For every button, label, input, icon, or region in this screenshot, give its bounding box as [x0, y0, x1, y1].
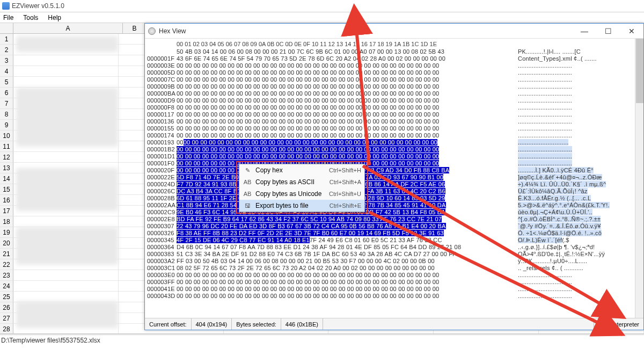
menu-tools[interactable]: Tools [21, 14, 40, 21]
app-menubar[interactable]: File Tools Help [0, 12, 644, 23]
hex-row[interactable]: 000001D100 00 00 00 00 00 00 00 00 00 00… [147, 153, 638, 160]
row-header[interactable]: 20 [0, 238, 13, 249]
menu-help[interactable]: Help [46, 14, 63, 21]
hex-row[interactable]: 000001F000 00 00 00 00 00 00 00 00 00 00… [147, 160, 638, 167]
row-header[interactable]: 4 [0, 66, 13, 77]
cell[interactable] [13, 55, 119, 66]
hex-row[interactable]: 0000013600 00 00 00 00 00 00 00 00 00 00… [147, 118, 638, 125]
hex-row[interactable]: 0000043D00 00 00 00 00 00 00 00 00 00 00… [147, 293, 638, 300]
row-header[interactable]: 25 [0, 292, 13, 302]
hex-row[interactable]: 0000007C00 00 00 00 00 00 00 00 00 00 00… [147, 76, 638, 83]
menu-shortcut: Ctrl+Shift+H [329, 167, 361, 173]
menu-label: Copy bytes as Unicode [253, 190, 329, 198]
hex-row[interactable]: 0000024DF7 7D 92 34 91 93 8B 26 F4 10 EC… [147, 181, 638, 188]
row-header[interactable]: 2 [0, 45, 13, 55]
cell[interactable] [13, 66, 119, 76]
menu-label: Copy hex [253, 166, 329, 174]
hex-row[interactable]: 000000BA00 00 00 00 00 00 00 00 00 00 00… [147, 90, 638, 97]
row-header[interactable]: 12 [0, 152, 13, 163]
hex-row[interactable]: 0000041E00 00 00 00 00 00 00 00 00 00 00… [147, 286, 638, 293]
context-menu-item[interactable]: 🖫Export bytes to fileCtrl+Shift+E [239, 200, 364, 212]
hex-row[interactable]: 000003E000 00 00 00 00 00 00 00 00 00 00… [147, 272, 638, 279]
hex-view-window[interactable]: Hex View — ☐ ✕ XXXXXXXX 00 01 02 03 04 0… [144, 23, 644, 330]
cell[interactable] [13, 281, 119, 291]
row-header[interactable]: 5 [0, 77, 13, 88]
hex-row[interactable]: 00000326F8 38 AE FF 8B 88 23 D2 FF 0F 2D… [147, 230, 638, 237]
row-header[interactable]: 10 [0, 130, 13, 141]
hex-row[interactable]: 000002E8BD FA FE 92 FE B9 64 17 62 86 43… [147, 216, 638, 223]
hex-row[interactable]: 0000030722 43 79 96 DC 20 FE DA ED 3D 8F… [147, 223, 638, 230]
cell[interactable] [13, 292, 119, 302]
hex-context-menu[interactable]: ✎Copy hexCtrl+Shift+HABCopy bytes as ASC… [239, 164, 365, 212]
row-header[interactable]: 6 [0, 88, 13, 98]
cell[interactable] [13, 270, 119, 280]
row-header[interactable]: 21 [0, 249, 13, 259]
bytes-label: Bytes selected: [236, 321, 276, 328]
hex-row[interactable]: 000003454F 2F 15 DE 06 4C 29 C8 77 EC 91… [147, 237, 638, 244]
row-header[interactable]: 9 [0, 120, 13, 130]
row-header[interactable]: 14 [0, 173, 13, 184]
bytes-value: 446 (0x1BE) [286, 321, 318, 328]
col-header-b[interactable]: B [123, 23, 147, 33]
row-header[interactable]: 18 [0, 216, 13, 227]
hex-row[interactable]: 000003A2FF 03 00 50 4B 03 04 14 00 06 00… [147, 258, 638, 265]
offset-value: 404 (0x194) [196, 321, 228, 328]
hex-row[interactable]: 50 4B 03 04 14 00 06 00 08 00 00 00 21 0… [147, 48, 638, 55]
hex-row[interactable]: 000002AAC1 8B 94 E6 71 28 54 7B 8B 1D BC… [147, 202, 638, 209]
hex-row[interactable]: 0000038351 C3 3E 34 BA 2E DF 91 D2 88 E0… [147, 251, 638, 258]
hex-row[interactable]: 0000001F43 6F 6E 74 65 6E 74 5F 54 79 70… [147, 55, 638, 62]
row-header[interactable]: 7 [0, 98, 13, 109]
row-header[interactable]: 22 [0, 259, 13, 270]
cell[interactable] [13, 216, 119, 227]
cell[interactable] [13, 77, 119, 87]
sheet-corner[interactable] [0, 23, 13, 33]
hex-table[interactable]: 50 4B 03 04 14 00 06 00 08 00 00 00 21 0… [147, 48, 638, 300]
context-menu-item[interactable]: ABCopy bytes as ASCIICtrl+Shift+A [239, 176, 364, 188]
hex-row[interactable]: 0000017400 00 00 00 00 00 00 00 00 00 00… [147, 132, 638, 139]
menu-icon: AB [241, 179, 253, 185]
row-header[interactable]: 11 [0, 141, 13, 152]
menu-icon: AB [241, 191, 253, 197]
row-header[interactable]: 13 [0, 163, 13, 173]
row-header[interactable]: 8 [0, 109, 13, 120]
hex-row[interactable]: 000001930000 00 00 00 00 00 00 00 00 00 … [147, 139, 638, 146]
hex-row[interactable]: 0000009B00 00 00 00 00 00 00 00 00 00 00… [147, 83, 638, 90]
hex-row[interactable]: 000000D900 00 00 00 00 00 00 00 00 00 00… [147, 97, 638, 104]
data-interpreter-button[interactable]: Data interpreter [594, 318, 643, 330]
row-header[interactable]: 15 [0, 184, 13, 195]
row-header[interactable]: 23 [0, 270, 13, 281]
row-header[interactable]: 19 [0, 227, 13, 238]
hex-row[interactable]: 0000015500 00 00 00 00 00 00 00 00 00 00… [147, 125, 638, 132]
row-header[interactable]: 3 [0, 55, 13, 66]
row-header[interactable]: 26 [0, 302, 13, 313]
hex-row[interactable]: 000001B200 00 00 00 00 00 00 00 00 00 00… [147, 146, 638, 153]
hex-row[interactable]: 00000364D4 6B 0C 94 14 67 07 F8 AA 7D 88… [147, 244, 638, 251]
col-header-a[interactable]: A [13, 23, 123, 33]
row-header[interactable]: 17 [0, 206, 13, 216]
hexwin-maximize[interactable]: ☐ [596, 24, 620, 39]
hex-row[interactable]: 0000026CDC A3 B4 3A CC 8F B1 7D E6 88 86… [147, 188, 638, 195]
row-header[interactable]: 1 [0, 34, 13, 45]
hexwin-close[interactable]: ✕ [620, 24, 643, 39]
row-header[interactable]: 16 [0, 195, 13, 206]
hex-row[interactable]: 0000022E5D F8 71 4D 7E 2E B0 83 04 69 0A… [147, 174, 638, 181]
hex-vertical-scrollbar[interactable] [635, 39, 643, 318]
hexwin-minimize[interactable]: — [573, 24, 596, 39]
context-menu-item[interactable]: ABCopy bytes as UnicodeCtrl+Shift+U [239, 188, 364, 200]
hex-row[interactable]: 000003C108 02 5F 72 65 6C 73 2F 2E 72 65… [147, 265, 638, 272]
hex-row[interactable]: 0000003E00 00 00 00 00 00 00 00 00 00 00… [147, 62, 638, 69]
cell[interactable] [13, 152, 119, 162]
context-menu-item[interactable]: ✎Copy hexCtrl+Shift+H [239, 164, 364, 176]
hex-row[interactable]: 000000F800 00 00 00 00 00 00 00 00 00 00… [147, 104, 638, 111]
row-header[interactable]: 28 [0, 324, 13, 335]
hex-row[interactable]: 000003FF00 00 00 00 00 00 00 00 00 00 00… [147, 279, 638, 286]
menu-file[interactable]: File [1, 14, 16, 21]
hex-row[interactable]: 0000028B6D 61 88 95 11 1F 2E CC DF 9D 9B… [147, 195, 638, 202]
hex-row[interactable]: 0000005D00 00 00 00 00 00 00 00 00 00 00… [147, 69, 638, 76]
row-header[interactable]: 24 [0, 281, 13, 292]
row-header[interactable]: 27 [0, 313, 13, 324]
hex-row[interactable]: 000002C99E B0 46 F3 6C 14 95 8E 2D 51 2C… [147, 209, 638, 216]
hex-row[interactable]: 0000011700 00 00 00 00 00 00 00 00 00 00… [147, 111, 638, 118]
hex-view-titlebar[interactable]: Hex View — ☐ ✕ [145, 24, 643, 39]
hex-row[interactable]: 0000020F00 00 00 00 00 00 00 00 00 00 00… [147, 167, 638, 174]
